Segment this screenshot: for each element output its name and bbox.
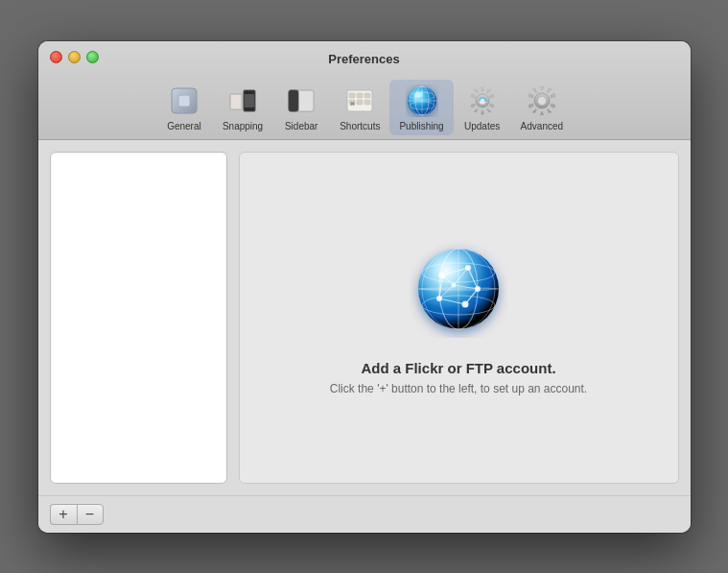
main-title: Add a Flickr or FTP account. <box>361 360 555 376</box>
main-subtitle: Click the '+' button to the left, to set… <box>330 382 587 395</box>
main-content-panel: Add a Flickr or FTP account. Click the '… <box>239 152 679 484</box>
svg-rect-2 <box>230 94 242 109</box>
shortcuts-label: Shortcuts <box>340 121 380 131</box>
svg-rect-14 <box>364 100 370 105</box>
sidebar-label: Sidebar <box>285 121 317 131</box>
accounts-list-panel <box>50 152 227 484</box>
svg-point-50 <box>418 249 499 329</box>
toolbar-item-publishing[interactable]: Publishing <box>389 80 453 135</box>
toolbar-item-sidebar[interactable]: Sidebar <box>272 80 330 135</box>
preferences-window: Preferences <box>38 41 691 533</box>
general-icon <box>167 84 201 118</box>
toolbar-item-shortcuts[interactable]: ⌘ Shortcuts <box>330 80 389 135</box>
svg-point-27 <box>537 96 546 105</box>
snapping-icon <box>225 84 260 118</box>
bottom-bar: + − <box>38 495 691 533</box>
add-account-button[interactable]: + <box>50 504 77 525</box>
svg-rect-7 <box>290 91 297 110</box>
advanced-icon <box>525 84 559 118</box>
svg-rect-10 <box>357 93 363 98</box>
content-area: Add a Flickr or FTP account. Click the '… <box>38 140 691 495</box>
toolbar-item-general[interactable]: General <box>155 80 213 135</box>
publishing-label: Publishing <box>399 121 443 131</box>
toolbar-item-advanced[interactable]: Advanced <box>511 80 573 135</box>
toolbar-item-updates[interactable]: Updates <box>454 80 511 135</box>
publishing-icon <box>405 84 439 118</box>
svg-rect-13 <box>357 100 363 105</box>
globe-illustration <box>406 239 511 345</box>
remove-account-button[interactable]: − <box>77 504 104 525</box>
advanced-label: Advanced <box>521 121 563 131</box>
general-label: General <box>167 121 201 131</box>
shortcuts-icon: ⌘ <box>342 84 377 118</box>
updates-icon <box>465 84 500 118</box>
window-title: Preferences <box>50 52 679 66</box>
svg-rect-1 <box>178 95 190 107</box>
svg-rect-11 <box>364 93 370 98</box>
toolbar: General Snapping <box>155 74 573 139</box>
title-bar: Preferences <box>38 41 691 140</box>
sidebar-icon <box>284 84 318 118</box>
svg-text:⌘: ⌘ <box>350 101 355 107</box>
toolbar-item-snapping[interactable]: Snapping <box>213 80 272 135</box>
updates-label: Updates <box>464 121 500 131</box>
svg-rect-4 <box>245 94 254 107</box>
snapping-label: Snapping <box>223 121 263 131</box>
svg-rect-9 <box>349 93 355 98</box>
